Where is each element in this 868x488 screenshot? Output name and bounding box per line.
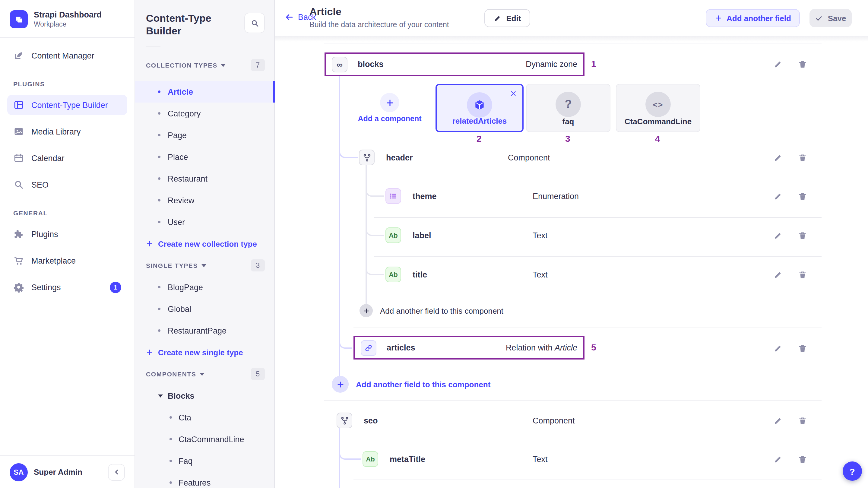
action-label: Create new single type <box>158 348 243 357</box>
annotation-2: 2 <box>476 133 482 144</box>
collection-type-category[interactable]: Category <box>135 102 275 124</box>
edit-field-icon[interactable] <box>773 60 782 69</box>
edit-field-icon[interactable] <box>773 344 782 353</box>
delete-field-icon[interactable] <box>798 416 807 425</box>
tree-elbow <box>339 446 361 460</box>
components-count: 5 <box>251 368 265 380</box>
delete-field-icon[interactable] <box>798 192 807 201</box>
add-field-label: Add another field <box>726 13 791 23</box>
field-row-articles[interactable]: articles Relation with Article <box>353 336 585 360</box>
delete-field-icon[interactable] <box>798 60 807 69</box>
field-type: Dynamic zone <box>526 60 577 69</box>
row-divider <box>353 328 822 328</box>
text-field-icon: Ab <box>385 267 401 282</box>
app-title: Strapi Dashboard <box>34 10 102 20</box>
single-types-toggle[interactable]: SINGLE TYPES <box>146 262 206 269</box>
tree-line <box>339 428 340 488</box>
sidebar-item-content-manager[interactable]: Content Manager <box>7 45 127 66</box>
component-ctacommandline[interactable]: CtaCommandLine <box>135 428 275 450</box>
collapse-sidebar-button[interactable] <box>108 464 125 481</box>
row-actions <box>773 153 807 162</box>
add-field-to-blocks-link[interactable]: Add another field to this component <box>332 376 490 393</box>
collection-types-toggle[interactable]: COLLECTION TYPES <box>146 62 226 69</box>
field-row-header[interactable]: header <box>359 150 413 165</box>
component-features[interactable]: Features <box>135 472 275 488</box>
component-category-blocks[interactable]: Blocks <box>135 385 275 406</box>
delete-field-icon[interactable] <box>798 344 807 353</box>
field-row-title[interactable]: Ab title <box>385 267 427 282</box>
delete-field-icon[interactable] <box>798 455 807 464</box>
edit-field-icon[interactable] <box>773 416 782 425</box>
sidebar-item-plugins[interactable]: Plugins <box>7 224 127 244</box>
component-cta[interactable]: Cta <box>135 406 275 428</box>
close-icon[interactable] <box>510 90 517 97</box>
avatar[interactable]: SA <box>10 463 28 481</box>
sidebar-item-seo[interactable]: SEO <box>7 174 127 195</box>
field-row-blocks[interactable]: ∞ blocks Dynamic zone <box>324 53 585 76</box>
collection-type-article[interactable]: Article <box>135 81 275 102</box>
sidebar-item-media-library[interactable]: Media Library <box>7 121 127 142</box>
create-single-type-link[interactable]: Create new single type <box>135 341 275 363</box>
text-field-icon: Ab <box>385 227 401 243</box>
plus-icon <box>363 307 369 314</box>
field-type: Text <box>533 455 548 464</box>
add-component-label[interactable]: Add a component <box>358 115 421 123</box>
field-row-metatitle[interactable]: Ab metaTitle <box>363 451 425 467</box>
components-toggle[interactable]: COMPONENTS <box>146 370 205 377</box>
edit-field-icon[interactable] <box>773 270 782 279</box>
sidebar-item-calendar[interactable]: Calendar <box>7 148 127 168</box>
row-divider <box>374 256 822 257</box>
field-name: metaTitle <box>390 455 425 464</box>
component-card-label: faq <box>527 117 610 126</box>
sidebar-item-content-type-builder[interactable]: Content-Type Builder <box>7 95 127 115</box>
edit-field-icon[interactable] <box>773 153 782 162</box>
edit-field-icon[interactable] <box>773 192 782 201</box>
field-row-label[interactable]: Ab label <box>385 227 431 243</box>
delete-field-icon[interactable] <box>798 153 807 162</box>
delete-field-icon[interactable] <box>798 270 807 279</box>
component-card-ctacommandline[interactable]: <> CtaCommandLine <box>616 84 700 132</box>
field-name: articles <box>386 343 415 352</box>
collection-type-user[interactable]: User <box>135 211 275 233</box>
sidebar-item-label: Marketplace <box>31 256 76 265</box>
single-type-blogpage[interactable]: BlogPage <box>135 276 275 298</box>
help-button[interactable]: ? <box>843 461 862 481</box>
create-collection-type-link[interactable]: Create new collection type <box>135 233 275 254</box>
field-type: Component <box>508 153 550 162</box>
add-another-field-button[interactable]: Add another field <box>706 9 800 27</box>
field-name: label <box>412 231 431 240</box>
sidebar-item-label: Content Manager <box>31 51 94 60</box>
field-row-theme[interactable]: theme <box>385 188 437 204</box>
tree-elbow <box>366 262 384 275</box>
add-component-button[interactable] <box>380 93 399 112</box>
save-button[interactable]: Save <box>809 9 852 27</box>
item-label: Category <box>168 109 201 118</box>
component-faq[interactable]: Faq <box>135 450 275 472</box>
search-button[interactable] <box>244 13 265 33</box>
add-field-to-header-component-link[interactable]: Add another field to this component <box>360 304 503 317</box>
edit-field-icon[interactable] <box>773 455 782 464</box>
item-label: BlogPage <box>168 283 203 292</box>
field-row-seo[interactable]: seo <box>337 413 378 428</box>
single-type-global[interactable]: Global <box>135 298 275 320</box>
collection-type-place[interactable]: Place <box>135 146 275 168</box>
component-card-faq[interactable]: ? faq <box>526 84 611 132</box>
workspace-switcher[interactable]: Strapi Dashboard Workplace <box>0 0 134 37</box>
delete-field-icon[interactable] <box>798 231 807 240</box>
bullet-dot <box>169 481 172 484</box>
field-name: theme <box>412 191 437 201</box>
single-type-restaurantpage[interactable]: RestaurantPage <box>135 320 275 341</box>
sidebar-item-marketplace[interactable]: Marketplace <box>7 250 127 271</box>
row-actions <box>773 270 807 279</box>
edit-field-icon[interactable] <box>773 231 782 240</box>
item-label: Restaurant <box>168 174 208 183</box>
strapi-dashboard-app: Strapi Dashboard Workplace Content Manag… <box>0 0 868 488</box>
component-card-relatedarticles[interactable]: relatedArticles <box>435 84 524 132</box>
collection-type-restaurant[interactable]: Restaurant <box>135 168 275 189</box>
edit-button[interactable]: Edit <box>484 9 530 27</box>
collection-type-review[interactable]: Review <box>135 189 275 211</box>
sidebar-item-settings[interactable]: Settings 1 <box>7 277 127 297</box>
field-type: Relation with Article <box>506 343 577 352</box>
collection-types-count: 7 <box>251 59 265 71</box>
collection-type-page[interactable]: Page <box>135 124 275 146</box>
